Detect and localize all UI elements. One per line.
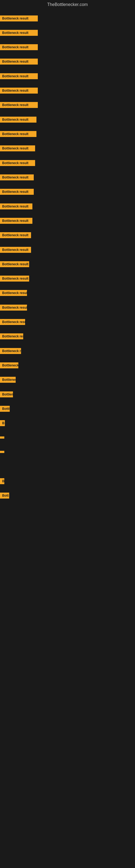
bottleneck-item-16: Bottleneck result	[0, 232, 31, 239]
bottleneck-item-23: Bottleneck result	[0, 333, 23, 340]
bottleneck-badge-24[interactable]: Bottleneck result	[0, 348, 21, 354]
bottleneck-badge-16[interactable]: Bottleneck result	[0, 232, 31, 238]
bottleneck-badge-20[interactable]: Bottleneck result	[0, 290, 27, 296]
bottleneck-badge-1[interactable]: Bottleneck result	[0, 16, 38, 22]
site-title: TheBottlenecker.com	[0, 0, 135, 8]
bottleneck-item-21: Bottleneck result	[0, 305, 27, 312]
bottleneck-item-31	[0, 449, 4, 454]
bottleneck-item-14: Bottleneck result	[0, 204, 32, 211]
bottleneck-item-26: Bottleneck result	[0, 377, 16, 384]
bottleneck-item-20: Bottleneck result	[0, 290, 27, 297]
bottleneck-badge-9[interactable]: Bottleneck result	[0, 131, 37, 137]
bottleneck-item-13: Bottleneck result	[0, 189, 34, 196]
bottleneck-badge-18[interactable]: Bottleneck result	[0, 261, 29, 267]
bottleneck-item-19: Bottleneck result	[0, 276, 29, 283]
bottleneck-item-8: Bottleneck result	[0, 117, 37, 124]
bottleneck-item-17: Bottleneck result	[0, 247, 31, 254]
bottleneck-badge-19[interactable]: Bottleneck result	[0, 276, 29, 282]
bottleneck-item-5: Bottleneck result	[0, 73, 38, 80]
bottleneck-item-33: Bott	[0, 493, 9, 500]
bottleneck-badge-33[interactable]: Bott	[0, 493, 9, 499]
bottleneck-badge-12[interactable]: Bottleneck result	[0, 175, 34, 180]
bottleneck-item-6: Bottleneck result	[0, 88, 38, 95]
bottleneck-item-10: Bottleneck result	[0, 145, 35, 152]
bottleneck-badge-5[interactable]: Bottleneck result	[0, 73, 38, 79]
bottleneck-item-27: Bottleneck result	[0, 392, 13, 399]
bottleneck-item-22: Bottleneck result	[0, 319, 25, 326]
bottleneck-badge-8[interactable]: Bottleneck result	[0, 117, 37, 123]
bottleneck-item-2: Bottleneck result	[0, 30, 38, 37]
bottleneck-badge-30[interactable]	[0, 436, 4, 439]
bottleneck-badge-6[interactable]: Bottleneck result	[0, 88, 38, 94]
bottleneck-badge-4[interactable]: Bottleneck result	[0, 59, 38, 65]
bottleneck-item-1: Bottleneck result	[0, 16, 38, 23]
bottleneck-badge-13[interactable]: Bottleneck result	[0, 189, 34, 195]
bottleneck-item-25: Bottleneck result	[0, 362, 18, 369]
bottleneck-badge-26[interactable]: Bottleneck result	[0, 377, 16, 383]
bottleneck-item-11: Bottleneck result	[0, 160, 35, 167]
bottleneck-badge-17[interactable]: Bottleneck result	[0, 247, 31, 253]
bottleneck-badge-27[interactable]: Bottleneck result	[0, 392, 13, 397]
bottleneck-item-3: Bottleneck result	[0, 44, 38, 51]
bottleneck-item-9: Bottleneck result	[0, 131, 37, 138]
bottleneck-badge-22[interactable]: Bottleneck result	[0, 319, 25, 325]
bottleneck-item-28: Bottleneck result	[0, 406, 10, 413]
bottleneck-item-30	[0, 435, 4, 440]
bottleneck-badge-11[interactable]: Bottleneck result	[0, 160, 35, 166]
bottleneck-item-4: Bottleneck result	[0, 59, 38, 66]
bottleneck-badge-2[interactable]: Bottleneck result	[0, 30, 38, 36]
bottleneck-item-29: B	[0, 420, 5, 427]
bottleneck-badge-28[interactable]: Bottleneck result	[0, 406, 10, 412]
bottleneck-badge-7[interactable]: Bottleneck result	[0, 102, 38, 108]
bottleneck-item-12: Bottleneck result	[0, 175, 34, 182]
bottleneck-badge-23[interactable]: Bottleneck result	[0, 333, 23, 339]
bottleneck-badge-3[interactable]: Bottleneck result	[0, 44, 38, 50]
bottleneck-badge-14[interactable]: Bottleneck result	[0, 204, 32, 209]
bottleneck-item-32: B	[0, 478, 4, 485]
bottleneck-item-18: Bottleneck result	[0, 261, 29, 268]
bottleneck-badge-31[interactable]	[0, 451, 4, 453]
bottleneck-badge-21[interactable]: Bottleneck result	[0, 305, 27, 311]
bottleneck-item-15: Bottleneck result	[0, 218, 32, 225]
bottleneck-badge-15[interactable]: Bottleneck result	[0, 218, 32, 224]
bottleneck-item-24: Bottleneck result	[0, 348, 21, 355]
bottleneck-badge-32[interactable]: B	[0, 478, 4, 484]
bottleneck-badge-29[interactable]: B	[0, 420, 5, 426]
bottleneck-item-7: Bottleneck result	[0, 102, 38, 109]
bottleneck-badge-25[interactable]: Bottleneck result	[0, 362, 18, 368]
bottleneck-badge-10[interactable]: Bottleneck result	[0, 145, 35, 151]
